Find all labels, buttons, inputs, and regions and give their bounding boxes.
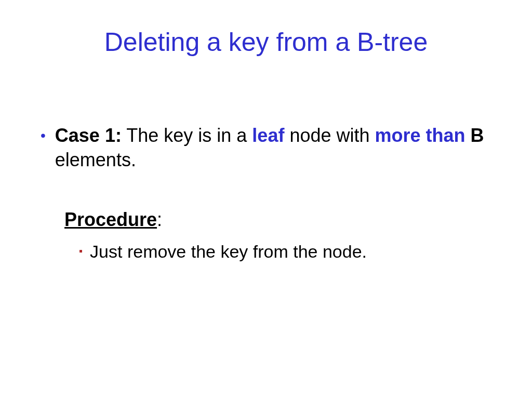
case-sp: [466, 125, 471, 146]
case-pre: The key is in a: [122, 125, 252, 146]
slide: Deleting a key from a B-tree • Case 1: T…: [0, 0, 532, 399]
square-bullet-icon: ▪: [79, 240, 83, 262]
case-label: Case 1:: [55, 125, 122, 146]
procedure-colon: :: [157, 209, 162, 230]
case-hl-leaf: leaf: [252, 125, 284, 146]
slide-title: Deleting a key from a B-tree: [0, 27, 532, 57]
slide-body: • Case 1: The key is in a leaf node with…: [41, 124, 491, 263]
case-mid: node with: [284, 125, 375, 146]
case-hl-more-than: more than: [375, 125, 466, 146]
procedure-item-text: Just remove the key from the node.: [90, 240, 367, 263]
case-1-text: Case 1: The key is in a leaf node with m…: [55, 124, 491, 172]
procedure-item: ▪ Just remove the key from the node.: [79, 240, 491, 263]
procedure-heading: Procedure:: [64, 209, 491, 231]
bullet-dot-icon: •: [41, 124, 46, 148]
bullet-case-1: • Case 1: The key is in a leaf node with…: [41, 124, 491, 172]
case-post: elements.: [55, 149, 136, 170]
procedure-label: Procedure: [64, 209, 157, 230]
procedure-block: Procedure: ▪ Just remove the key from th…: [64, 209, 491, 263]
case-hl-b: B: [471, 125, 484, 146]
